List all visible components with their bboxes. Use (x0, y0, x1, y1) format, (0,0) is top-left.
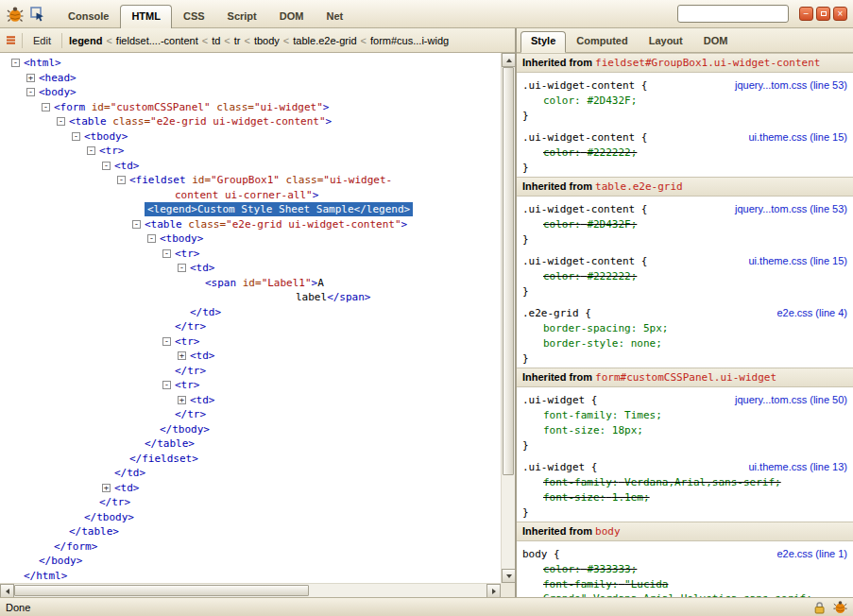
css-property-name[interactable]: color: (543, 270, 581, 282)
css-property[interactable]: color: #333333; (522, 562, 847, 576)
edit-button[interactable]: Edit (27, 33, 57, 48)
css-property-name[interactable]: color: (543, 94, 581, 107)
collapse-icon[interactable]: - (57, 117, 65, 126)
side-tab-dom[interactable]: DOM (693, 31, 739, 52)
css-selector[interactable]: .ui-widget-content (522, 79, 635, 92)
scroll-down-button[interactable] (502, 569, 516, 583)
breadcrumb-item[interactable]: tbody (252, 33, 281, 48)
css-property-name[interactable]: color: (543, 218, 581, 231)
inherited-element-link[interactable]: form#customCSSPanel.ui-widget (595, 371, 776, 384)
tree-line[interactable]: content ui-corner-all"> (0, 188, 501, 203)
vertical-scroll-thumb[interactable] (503, 67, 514, 475)
side-tab-layout[interactable]: Layout (639, 31, 693, 52)
collapse-icon[interactable]: - (162, 337, 171, 346)
breadcrumb-item[interactable]: form#cus...i-widg (368, 33, 451, 48)
css-property-name[interactable]: font-family: (543, 409, 618, 421)
source-link[interactable]: ui.theme.css (line 13) (748, 460, 847, 474)
horizontal-scrollbar[interactable] (0, 583, 501, 597)
breadcrumb-item[interactable]: td (210, 33, 222, 48)
scroll-right-button[interactable] (486, 584, 501, 598)
tab-html[interactable]: HTML (120, 5, 172, 29)
scroll-up-button[interactable] (502, 53, 516, 67)
tree-line[interactable]: -<tr> (0, 378, 501, 393)
css-property-value[interactable]: Verdana,Arial,sans-serif; (624, 476, 781, 488)
css-selector[interactable]: body (522, 548, 548, 560)
tree-line[interactable]: -<tr> (0, 334, 501, 350)
css-property[interactable]: color: #2D432F; (522, 217, 847, 231)
tree-line[interactable]: +<td> (0, 481, 501, 496)
css-property-name[interactable]: font-size: (543, 424, 606, 436)
tree-line[interactable]: -<html> (0, 56, 501, 71)
css-property[interactable]: font-family: Verdana,Arial,sans-serif; (522, 475, 847, 489)
css-property-value[interactable]: #2D432F; (587, 218, 637, 231)
source-link[interactable]: jquery...tom.css (line 53) (735, 78, 847, 93)
tree-line[interactable]: </table> (0, 436, 501, 452)
source-link[interactable]: ui.theme.css (line 15) (748, 254, 847, 268)
css-property-name[interactable]: color: (543, 563, 581, 575)
tree-line[interactable]: -<tr> (0, 247, 501, 262)
tab-dom[interactable]: DOM (268, 5, 316, 28)
tree-line[interactable]: +<td> (0, 349, 501, 364)
css-selector[interactable]: .ui-widget-content (522, 255, 635, 267)
firebug-statusbar-icon[interactable] (833, 600, 847, 614)
css-property-value[interactable]: 5px; (643, 322, 669, 334)
css-property-name[interactable]: color: (543, 146, 581, 159)
css-selector[interactable]: .e2e-grid (522, 307, 579, 319)
tree-line[interactable]: -<tr> (0, 144, 501, 159)
tab-console[interactable]: Console (57, 5, 120, 28)
panel-options-icon[interactable] (5, 34, 17, 46)
collapse-icon[interactable]: - (132, 220, 141, 229)
breadcrumb-item[interactable]: tr (232, 33, 243, 48)
tree-line[interactable]: </td> (0, 305, 501, 320)
tree-line[interactable]: <legend>Custom Style Sheet Sample</legen… (0, 202, 501, 217)
collapse-icon[interactable]: - (162, 381, 171, 389)
tree-line[interactable]: <span id="Label1">A (0, 276, 501, 291)
collapse-icon[interactable]: - (42, 103, 50, 111)
css-property[interactable]: color: #222222; (522, 269, 847, 283)
inherited-element-link[interactable]: fieldset#GroupBox1.ui-widget-content (595, 57, 820, 69)
tab-css[interactable]: CSS (172, 5, 216, 28)
source-link[interactable]: jquery...tom.css (line 50) (735, 393, 847, 407)
firebug-logo-icon[interactable] (6, 5, 25, 24)
tree-line[interactable]: -<fieldset id="GroupBox1" class="ui-widg… (0, 173, 501, 188)
breadcrumb-item[interactable]: fieldset....-content (114, 33, 200, 48)
css-property-value[interactable]: 18px; (612, 424, 643, 436)
css-property[interactable]: color: #2D432F; (522, 94, 847, 108)
css-property-value[interactable]: Times; (624, 409, 662, 421)
expand-icon[interactable]: + (178, 396, 186, 404)
tree-line[interactable]: -<form id="customCSSPanel" class="ui-wid… (0, 100, 501, 115)
horizontal-scroll-thumb[interactable] (14, 585, 309, 596)
css-property[interactable]: font-family: Times; (522, 408, 847, 422)
css-property-name[interactable]: font-family: (543, 578, 618, 590)
css-property[interactable]: border-spacing: 5px; (522, 321, 847, 335)
css-property-name[interactable]: border-style: (543, 337, 624, 350)
inherited-element-link[interactable]: body (595, 525, 621, 538)
css-selector[interactable]: .ui-widget-content (522, 203, 635, 215)
inspect-element-icon[interactable] (28, 5, 47, 24)
tree-line[interactable]: </tbody> (0, 422, 501, 437)
breadcrumb-item[interactable]: table.e2e-grid (291, 33, 358, 48)
css-property-name[interactable]: font-size: (543, 491, 606, 504)
side-tab-style[interactable]: Style (520, 31, 566, 53)
tree-line[interactable]: </fieldset> (0, 452, 501, 467)
inherited-element-link[interactable]: table.e2e-grid (595, 180, 683, 193)
source-link[interactable]: jquery...tom.css (line 53) (735, 202, 847, 216)
collapse-icon[interactable]: - (87, 146, 95, 155)
css-selector[interactable]: .ui-widget (522, 394, 585, 406)
tree-line[interactable]: </body> (0, 554, 501, 569)
tree-line[interactable]: -<tbody> (0, 129, 501, 145)
tree-line[interactable]: -<table class="e2e-grid ui-widget-conten… (0, 217, 501, 232)
collapse-icon[interactable]: - (11, 59, 20, 67)
source-link[interactable]: ui.theme.css (line 15) (748, 130, 847, 145)
collapse-icon[interactable]: - (117, 176, 126, 184)
tree-line[interactable]: -<td> (0, 159, 501, 174)
css-property[interactable]: font-size: 1.1em; (522, 490, 847, 505)
expand-icon[interactable]: + (102, 484, 111, 492)
css-selector[interactable]: .ui-widget-content (522, 131, 635, 144)
side-tab-computed[interactable]: Computed (566, 31, 638, 52)
minimize-button[interactable]: − (799, 7, 813, 21)
tree-line[interactable]: -<td> (0, 261, 501, 276)
css-property[interactable]: font-size: 18px; (522, 423, 847, 437)
detach-button[interactable] (816, 7, 830, 21)
tree-line[interactable]: -<body> (0, 85, 501, 100)
